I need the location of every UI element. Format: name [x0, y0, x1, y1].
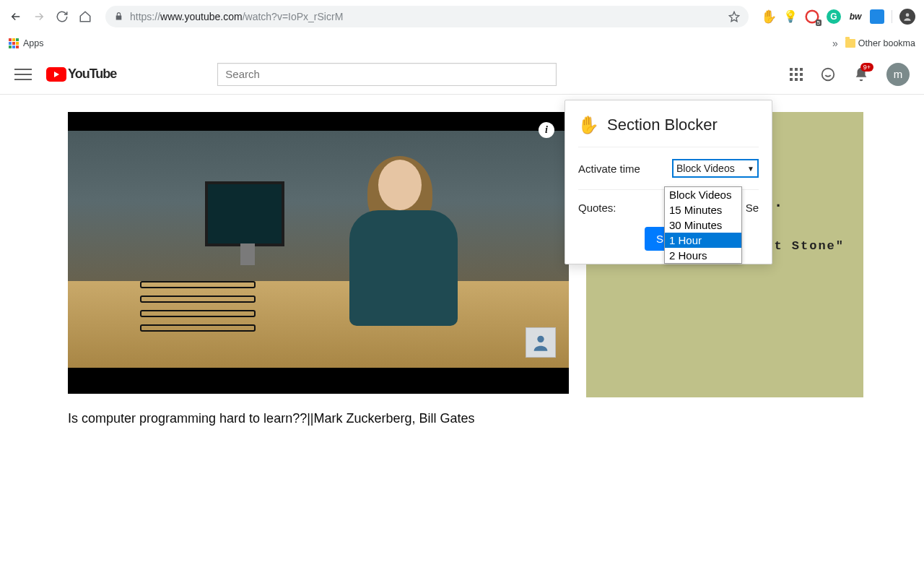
activate-time-label: Activate time [578, 163, 672, 175]
popup-title: Section Blocker [607, 116, 718, 134]
back-button[interactable] [9, 9, 23, 24]
youtube-header: YouTube 9+ m [0, 54, 924, 95]
reload-button[interactable] [55, 9, 69, 24]
ext-icon-2[interactable]: 💡 [783, 9, 798, 24]
svg-point-2 [822, 68, 834, 80]
activate-time-row: Activate time Block Videos ▼ [565, 152, 772, 185]
svg-point-3 [537, 336, 544, 342]
dropdown-option[interactable]: 15 Minutes [665, 202, 741, 217]
section-blocker-ext-icon[interactable]: ✋ [762, 9, 776, 24]
dropdown-option[interactable]: 30 Minutes [665, 217, 741, 233]
activate-time-select[interactable]: Block Videos ▼ [672, 159, 759, 178]
video-column: i Is computer programming hard to learn?… [68, 112, 569, 426]
other-bookmarks-label: Other bookma [858, 38, 915, 48]
radio-label-right-trunc: e [753, 202, 759, 214]
folder-icon [845, 39, 855, 48]
account-avatar[interactable]: m [886, 63, 910, 86]
bookmark-star-icon[interactable] [728, 11, 740, 22]
bookmarks-bar: Apps » Other bookma [0, 33, 924, 54]
chevron-down-icon: ▼ [747, 165, 754, 173]
divider [578, 147, 759, 147]
youtube-logo[interactable]: YouTube [46, 66, 116, 82]
lock-icon [114, 12, 124, 22]
apps-shortcut[interactable]: Apps [9, 38, 44, 48]
messages-icon[interactable] [820, 66, 836, 82]
apps-icon[interactable] [790, 68, 803, 81]
toolbar-separator [892, 10, 892, 23]
youtube-wordmark: YouTube [68, 66, 116, 82]
search-container [217, 63, 665, 86]
video-info-icon[interactable]: i [539, 122, 554, 138]
extension-icons: ✋ 💡 5 G bw [762, 9, 915, 25]
forward-button[interactable] [32, 9, 46, 24]
ext-icon-6[interactable] [870, 9, 884, 24]
apps-label: Apps [23, 38, 44, 48]
notifications-button[interactable]: 9+ [853, 66, 869, 82]
other-bookmarks[interactable]: Other bookma [845, 38, 915, 48]
activate-time-dropdown: Block Videos 15 Minutes 30 Minutes 1 Hou… [664, 186, 742, 264]
video-title: Is computer programming hard to learn??|… [68, 411, 569, 426]
apps-grid-icon [9, 38, 19, 48]
dropdown-option[interactable]: Block Videos [665, 187, 741, 202]
address-bar[interactable]: https://www.youtube.com/watch?v=IoPx_rSi… [105, 6, 749, 27]
radio-label-left: S [746, 202, 753, 214]
youtube-play-icon [46, 67, 66, 82]
video-player[interactable]: i [68, 112, 569, 394]
url-text: https://www.youtube.com/watch?v=IoPx_rSi… [130, 11, 723, 22]
bookmarks-overflow-icon[interactable]: » [832, 38, 838, 49]
grammarly-ext-icon[interactable]: G [827, 9, 841, 24]
dropdown-option[interactable]: 2 Hours [665, 248, 741, 263]
section-blocker-logo-icon: ✋ [578, 115, 598, 135]
popup-header: ✋ Section Blocker [565, 100, 772, 142]
ext-icon-bw[interactable]: bw [848, 9, 863, 24]
svg-point-1 [906, 13, 910, 17]
notification-badge: 9+ [860, 63, 873, 72]
ext-icon-3[interactable]: 5 [805, 9, 819, 24]
browser-toolbar: https://www.youtube.com/watch?v=IoPx_rSi… [0, 0, 924, 33]
select-value: Block Videos [676, 163, 735, 174]
ext-badge: 5 [816, 20, 821, 26]
search-input[interactable] [217, 63, 557, 86]
menu-button[interactable] [14, 66, 32, 83]
home-button[interactable] [78, 9, 92, 24]
profile-avatar-icon[interactable] [899, 9, 915, 25]
video-thumbnail-scene [68, 131, 569, 368]
dropdown-option-selected[interactable]: 1 Hour [665, 233, 741, 248]
channel-watermark[interactable] [526, 327, 556, 358]
page-content: i Is computer programming hard to learn?… [0, 95, 924, 426]
